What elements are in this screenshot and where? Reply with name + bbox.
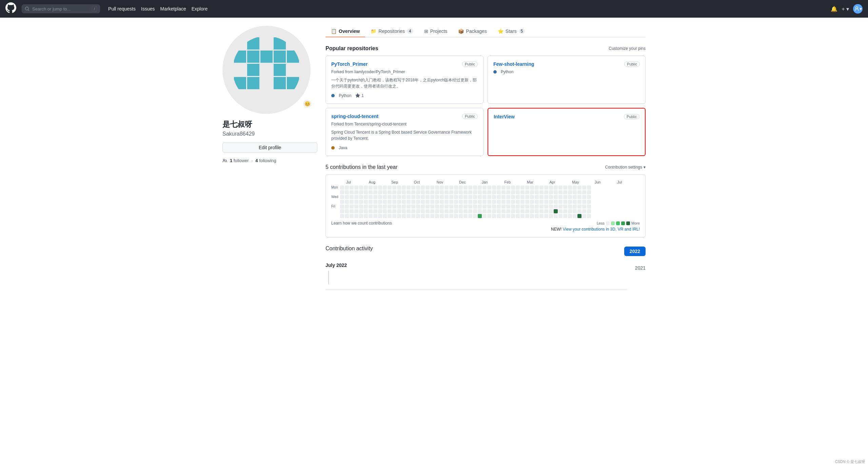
user-avatar[interactable]: ▾ (853, 4, 863, 14)
nav-marketplace[interactable]: Marketplace (160, 6, 186, 12)
tab-overview[interactable]: 📋 Overview (326, 26, 365, 37)
graph-cell (525, 186, 529, 190)
graph-cell (554, 200, 558, 204)
packages-icon: 📦 (458, 28, 464, 34)
graph-cell (539, 190, 544, 194)
graph-cell (482, 195, 487, 199)
nav-issues[interactable]: Issues (141, 6, 155, 12)
graph-cell (392, 214, 396, 218)
graph-cell (359, 195, 363, 199)
graph-cell (350, 195, 354, 199)
customize-pins-link[interactable]: Customize your pins (609, 46, 646, 51)
graph-cell (392, 209, 396, 213)
graph-cell (568, 190, 572, 194)
month-section-july: July 2022 (326, 262, 627, 290)
graph-cell (373, 209, 377, 213)
graph-cell (487, 214, 491, 218)
plus-icon[interactable]: + ▾ (842, 6, 849, 12)
search-input[interactable] (32, 6, 89, 12)
graph-cell (558, 200, 563, 204)
graph-cell (577, 186, 581, 190)
graph-cell (354, 205, 358, 209)
graph-cell (516, 205, 520, 209)
graph-cell (463, 205, 468, 209)
view-3d-link-container: NEW! View your contributions in 3D, VR a… (331, 227, 640, 232)
edit-profile-button[interactable]: Edit profile (222, 142, 317, 153)
graph-footer: Learn how we count contributions Less Mo… (331, 221, 640, 226)
graph-cell (506, 195, 510, 199)
graph-cell (354, 209, 358, 213)
graph-cell (587, 205, 591, 209)
view-3d-link[interactable]: View your contributions in 3D, VR and IR… (563, 227, 640, 232)
graph-cell (478, 195, 482, 199)
graph-cell (582, 186, 586, 190)
graph-cell (378, 200, 382, 204)
avatar-emoji-btn[interactable]: 😊 (302, 99, 312, 109)
graph-cell (378, 195, 382, 199)
learn-contributions-link[interactable]: Learn how we count contributions (331, 221, 392, 226)
day-mon: Mon (331, 186, 338, 190)
graph-cell (454, 186, 458, 190)
graph-cell (563, 186, 567, 190)
followers-link[interactable]: 1 (230, 158, 232, 163)
graph-cell (416, 209, 420, 213)
repo-meta-pytorch: Python 1 (331, 93, 478, 98)
tab-projects[interactable]: ⊞ Projects (419, 26, 453, 37)
graph-cell (430, 214, 434, 218)
tab-stars[interactable]: ⭐ Stars 5 (492, 26, 530, 37)
graph-cell (468, 195, 472, 199)
repo-link-interview[interactable]: InterView (494, 114, 515, 119)
nav-explore[interactable]: Explore (192, 6, 208, 12)
avatar-container: 😊 (222, 26, 317, 114)
graph-cell (573, 186, 577, 190)
graph-cell (426, 205, 430, 209)
follow-stats: 1 follower · 4 following (222, 158, 317, 163)
graph-cell (492, 190, 496, 194)
graph-cell (373, 200, 377, 204)
graph-cell (388, 200, 392, 204)
activity-year-button[interactable]: 2022 (624, 247, 646, 256)
graph-cell (525, 195, 529, 199)
search-box[interactable]: / (22, 4, 100, 13)
repo-link-few-shot[interactable]: Few-shot-learning (493, 61, 534, 67)
graph-cell (473, 186, 477, 190)
popular-repos-header: Popular repositories Customize your pins (326, 45, 646, 52)
notification-icon[interactable]: 🔔 (831, 6, 837, 12)
graph-cell (468, 190, 472, 194)
graph-cell (501, 205, 506, 209)
month-may: May (572, 180, 595, 184)
graph-cell (482, 200, 487, 204)
graph-cell (492, 205, 496, 209)
graph-cell (459, 205, 463, 209)
month-title-july: July 2022 (326, 262, 627, 268)
graph-cell (416, 214, 420, 218)
month-apr: Apr (549, 180, 572, 184)
graph-cell (407, 186, 411, 190)
new-label: NEW! (551, 227, 561, 232)
graph-cell (392, 190, 396, 194)
graph-cell (530, 205, 534, 209)
graph-cell (497, 209, 501, 213)
top-header: / Pull requests Issues Marketplace Explo… (0, 0, 868, 18)
nav-pull-requests[interactable]: Pull requests (108, 6, 136, 12)
graph-cell (445, 186, 449, 190)
tab-packages[interactable]: 📦 Packages (453, 26, 492, 37)
graph-cell (426, 190, 430, 194)
graph-cell (350, 205, 354, 209)
graph-cell (373, 205, 377, 209)
graph-cell (445, 214, 449, 218)
graph-cell (449, 195, 453, 199)
contribution-settings-btn[interactable]: Contribution settings ▾ (605, 165, 646, 170)
graph-cell (354, 214, 358, 218)
activity-bar (328, 271, 627, 284)
github-logo[interactable] (5, 2, 16, 15)
repo-link-pytorch[interactable]: PyTorch_Primer (331, 61, 368, 67)
graph-cell (558, 186, 563, 190)
repo-link-spring-cloud[interactable]: spring-cloud-tencent (331, 114, 378, 119)
graph-cell (582, 205, 586, 209)
tab-repositories[interactable]: 📁 Repositories 4 (365, 26, 419, 37)
graph-cell (388, 190, 392, 194)
graph-cell (388, 205, 392, 209)
graph-cell (463, 214, 468, 218)
following-link[interactable]: 4 (255, 158, 258, 163)
